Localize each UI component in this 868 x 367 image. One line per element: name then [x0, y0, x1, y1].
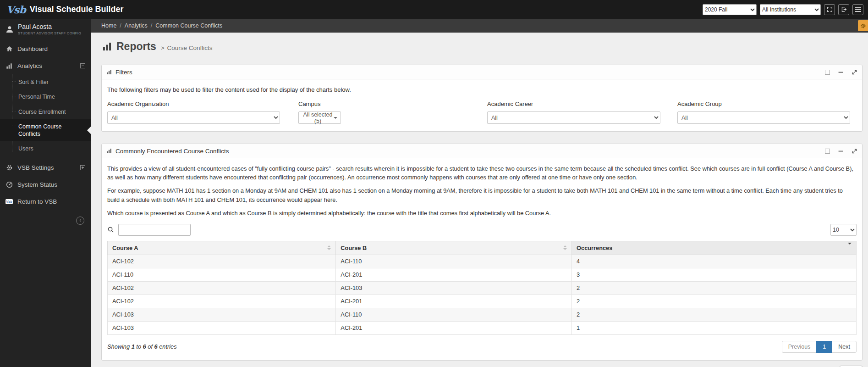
- caret-down-icon: [334, 117, 337, 119]
- filter-label: Academic Organization: [107, 100, 280, 107]
- filters-panel: Filters The following filters may be use…: [101, 65, 863, 132]
- sidebar-item-sort-filter[interactable]: Sort & Filter: [0, 75, 91, 89]
- occurrences-cell: 2: [572, 295, 857, 308]
- collapse-section-icon[interactable]: [80, 63, 85, 68]
- pagination-previous[interactable]: Previous: [782, 341, 817, 353]
- filters-panel-header: Filters: [102, 65, 862, 79]
- table-header-row: Course A Course B Occurrences: [108, 241, 857, 255]
- panel-controls: [825, 69, 857, 75]
- expand-arrows-icon: [852, 148, 857, 154]
- sidebar-collapse-button[interactable]: [76, 217, 84, 225]
- fullscreen-icon: [827, 6, 833, 12]
- occurrences-cell: 4: [572, 255, 857, 268]
- column-header-occurrences[interactable]: Occurrences: [572, 241, 857, 255]
- panel-options-icon[interactable]: [825, 149, 830, 154]
- panel-expand-button[interactable]: [852, 148, 857, 154]
- hamburger-icon: [855, 7, 861, 12]
- filters-panel-title: Filters: [115, 69, 132, 76]
- panel-options-icon[interactable]: [825, 70, 830, 75]
- course-b-cell: ACI-201: [336, 295, 572, 308]
- column-header-course-b[interactable]: Course B: [336, 241, 572, 255]
- conflicts-table: Course A Course B Occurrences: [107, 241, 857, 335]
- page-title: Reports: [116, 40, 156, 53]
- vsb-logo[interactable]: Vsb: [6, 4, 26, 16]
- panel-expand-button[interactable]: [852, 69, 857, 75]
- column-label: Course B: [341, 245, 367, 251]
- sidebar-item-course-enrollment[interactable]: Course Enrollment: [0, 105, 91, 119]
- sidebar-item-vsb-settings[interactable]: VSB Settings: [0, 159, 91, 176]
- filter-campus: Campus All selected (5): [298, 100, 341, 124]
- sidebar-item-label: Dashboard: [17, 45, 48, 52]
- sidebar-item-system-status[interactable]: System Status: [0, 176, 91, 193]
- pagination-page-1[interactable]: 1: [816, 341, 832, 353]
- table-row: ACI-103 ACI-201 1: [108, 321, 857, 334]
- academic-career-select[interactable]: All: [487, 111, 660, 124]
- table-row: ACI-102 ACI-103 2: [108, 281, 857, 295]
- user-role: STUDENT ADVISOR STAFF CONFIG: [18, 31, 81, 35]
- table-search: [107, 224, 191, 236]
- course-a-cell: ACI-110: [108, 268, 336, 281]
- sidebar-item-analytics[interactable]: Analytics: [0, 57, 91, 74]
- table-controls: 10: [107, 224, 857, 236]
- expand-arrows-icon: [852, 69, 857, 75]
- course-a-cell: ACI-102: [108, 295, 336, 308]
- sidebar-item-common-course-conflicts[interactable]: Common Course Conflicts: [0, 119, 91, 142]
- academic-group-select[interactable]: All: [677, 111, 850, 124]
- breadcrumb-home[interactable]: Home: [101, 22, 116, 29]
- institution-select[interactable]: All Institutions: [760, 4, 821, 15]
- vsb-badge-icon: [5, 199, 13, 204]
- sort-icon: [327, 245, 331, 250]
- sidebar-item-dashboard[interactable]: Dashboard: [0, 40, 91, 57]
- search-icon: [107, 226, 114, 233]
- filters-row: Academic Organization All Campus All sel…: [107, 100, 857, 124]
- user-profile[interactable]: Paul Acosta STUDENT ADVISOR STAFF CONFIG: [0, 19, 91, 40]
- filter-academic-organization: Academic Organization All: [107, 100, 280, 124]
- course-a-cell: ACI-103: [108, 321, 336, 334]
- sign-out-icon: [841, 6, 847, 12]
- page-size-select[interactable]: 10: [830, 224, 857, 236]
- breadcrumb-analytics[interactable]: Analytics: [125, 22, 148, 29]
- conflicts-panel-body: This provides a view of all student-enco…: [102, 158, 862, 360]
- fullscreen-button[interactable]: [824, 4, 835, 15]
- filter-label: Academic Career: [487, 100, 660, 107]
- course-b-cell: ACI-201: [336, 268, 572, 281]
- sidebar-item-return-to-vsb[interactable]: Return to VSB: [0, 193, 91, 210]
- course-b-cell: ACI-201: [336, 321, 572, 334]
- sidebar-item-label: System Status: [17, 181, 57, 188]
- description-paragraph: For example, suppose MATH 101 has 1 sect…: [107, 186, 857, 204]
- breadcrumb-separator: /: [120, 22, 121, 29]
- sidebar-item-users[interactable]: Users: [0, 141, 91, 156]
- minus-icon: [838, 69, 844, 75]
- column-label: Occurrences: [577, 245, 612, 251]
- topbar-controls: 2020 Fall All Institutions: [703, 4, 863, 15]
- sign-out-button[interactable]: [838, 4, 849, 15]
- filters-intro-text: The following filters may be used to fil…: [107, 86, 857, 93]
- breadcrumb-current: Common Course Conflicts: [155, 22, 222, 29]
- occurrences-cell: 1: [572, 321, 857, 334]
- panel-collapse-button[interactable]: [838, 69, 844, 75]
- occurrences-cell: 2: [572, 281, 857, 295]
- term-select[interactable]: 2020 Fall: [703, 4, 757, 15]
- academic-organization-select[interactable]: All: [107, 111, 280, 124]
- breadcrumb-separator: /: [151, 22, 152, 29]
- conflicts-panel-title: Commonly Encountered Course Conflicts: [115, 148, 229, 155]
- sidebar-item-personal-time[interactable]: Personal Time: [0, 89, 91, 104]
- analytics-submenu: Sort & Filter Personal Time Course Enrol…: [0, 74, 91, 159]
- course-a-cell: ACI-102: [108, 255, 336, 268]
- sort-desc-icon: [848, 245, 852, 251]
- campus-multiselect-button[interactable]: All selected (5): [298, 111, 341, 124]
- chevron-left-icon: [78, 218, 82, 222]
- page-subtitle: Course Conflicts: [167, 44, 213, 51]
- sidebar-item-label: Return to VSB: [17, 198, 57, 205]
- filters-panel-body: The following filters may be used to fil…: [102, 79, 862, 131]
- course-b-cell: ACI-103: [336, 281, 572, 295]
- column-header-course-a[interactable]: Course A: [108, 241, 336, 255]
- sidebar: Paul Acosta STUDENT ADVISOR STAFF CONFIG…: [0, 19, 91, 367]
- search-input[interactable]: [118, 224, 191, 236]
- page-settings-button[interactable]: [858, 20, 868, 31]
- expand-section-icon[interactable]: [80, 165, 85, 170]
- pagination-next[interactable]: Next: [832, 341, 857, 353]
- menu-button[interactable]: [852, 4, 863, 15]
- system-status-icon: [5, 181, 13, 188]
- panel-collapse-button[interactable]: [838, 148, 844, 154]
